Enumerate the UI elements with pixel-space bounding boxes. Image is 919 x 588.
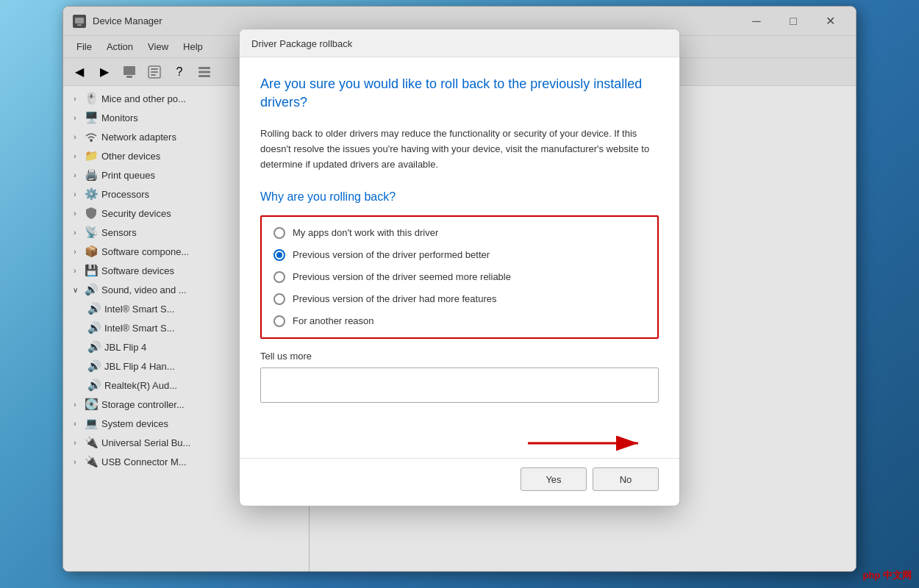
- dialog-overlay: Driver Package rollback Are you sure you…: [63, 7, 856, 571]
- tell-us-label: Tell us more: [260, 351, 659, 362]
- radio-circle-2: [273, 249, 285, 261]
- dialog-content: Are you sure you would like to roll back…: [240, 57, 679, 423]
- radio-label-2: Previous version of the driver performed…: [293, 249, 490, 260]
- dialog-title-bar: Driver Package rollback: [240, 29, 679, 57]
- device-manager-window: Device Manager ─ □ ✕ File Action View He…: [62, 6, 857, 572]
- status-bar: [63, 571, 856, 572]
- dialog-why-heading: Why are you rolling back?: [260, 190, 659, 204]
- dialog-question: Are you sure you would like to roll back…: [260, 75, 659, 112]
- radio-option-1[interactable]: My apps don't work with this driver: [273, 227, 646, 239]
- radio-circle-1: [273, 227, 285, 239]
- radio-option-2[interactable]: Previous version of the driver performed…: [273, 249, 646, 261]
- radio-option-3[interactable]: Previous version of the driver seemed mo…: [273, 271, 646, 283]
- dialog-buttons: Yes No: [240, 458, 679, 506]
- radio-circle-3: [273, 271, 285, 283]
- dialog-title: Driver Package rollback: [251, 38, 352, 49]
- radio-option-5[interactable]: For another reason: [273, 315, 646, 327]
- radio-label-4: Previous version of the driver had more …: [293, 293, 496, 304]
- yes-button[interactable]: Yes: [521, 467, 587, 491]
- rollback-dialog: Driver Package rollback Are you sure you…: [239, 29, 680, 506]
- radio-label-5: For another reason: [293, 315, 374, 326]
- no-button[interactable]: No: [593, 467, 659, 491]
- radio-label-3: Previous version of the driver seemed mo…: [293, 271, 511, 282]
- arrow-indicator: [521, 429, 653, 458]
- dialog-description: Rolling back to older drivers may reduce…: [260, 126, 659, 172]
- radio-circle-4: [273, 293, 285, 305]
- watermark: php 中文网: [863, 569, 912, 582]
- radio-option-4[interactable]: Previous version of the driver had more …: [273, 293, 646, 305]
- radio-circle-5: [273, 315, 285, 327]
- reason-radio-group: My apps don't work with this driver Prev…: [260, 215, 659, 339]
- tell-us-input[interactable]: [260, 368, 659, 403]
- radio-label-1: My apps don't work with this driver: [293, 227, 438, 238]
